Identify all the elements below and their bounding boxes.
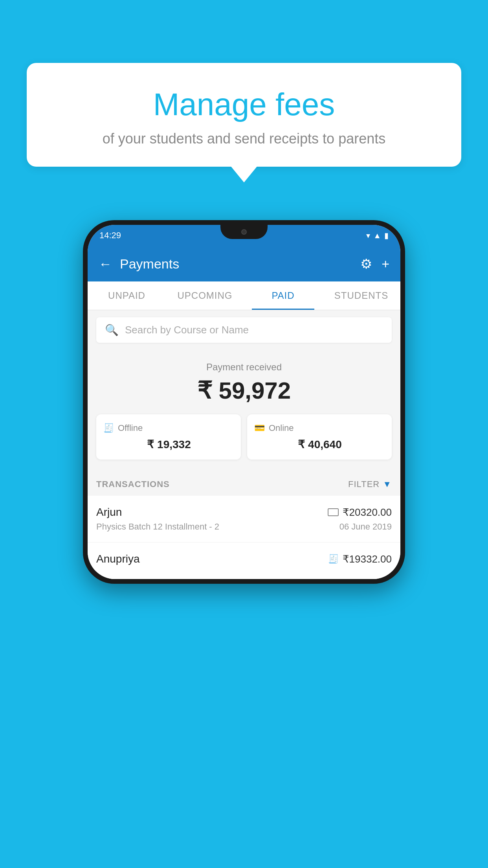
cash-icon: 🧾: [328, 554, 339, 564]
status-bar: 14:29 ▾ ▲ ▮: [88, 225, 400, 246]
online-icon: 💳: [254, 423, 265, 433]
front-camera: [241, 229, 247, 235]
transaction-list: Arjun ₹20320.00 Physics Batch 12 Install…: [88, 496, 400, 579]
online-header: 💳 Online: [254, 423, 385, 433]
status-icons: ▾ ▲ ▮: [366, 231, 389, 240]
tab-unpaid[interactable]: UNPAID: [88, 281, 166, 310]
transaction-top-row: Arjun ₹20320.00: [96, 506, 392, 519]
table-row[interactable]: Anupriya 🧾 ₹19332.00: [88, 542, 400, 579]
transaction-date: 06 June 2019: [339, 522, 392, 532]
offline-icon: 🧾: [103, 423, 114, 433]
transaction-bottom-row: Physics Batch 12 Installment - 2 06 June…: [96, 522, 392, 532]
filter-button[interactable]: FILTER ▼: [348, 479, 392, 489]
search-bar[interactable]: 🔍 Search by Course or Name: [96, 317, 392, 343]
speech-bubble-card: Manage fees of your students and send re…: [27, 63, 461, 167]
payment-received-label: Payment received: [96, 362, 392, 373]
offline-amount: ₹ 19,332: [104, 438, 234, 451]
transaction-top-row: Anupriya 🧾 ₹19332.00: [96, 553, 392, 565]
search-placeholder-text: Search by Course or Name: [125, 324, 249, 336]
payment-summary: Payment received ₹ 59,972 🧾 Offline ₹ 19…: [88, 350, 400, 471]
payment-cards: 🧾 Offline ₹ 19,332 💳 Online ₹ 40,640: [96, 414, 392, 460]
status-time: 14:29: [99, 230, 121, 241]
transaction-amount-value: ₹20320.00: [343, 506, 392, 519]
filter-icon: ▼: [383, 479, 392, 489]
transaction-name: Arjun: [96, 506, 122, 519]
tab-students[interactable]: STUDENTS: [322, 281, 400, 310]
app-bar-left: ← Payments: [99, 256, 179, 272]
table-row[interactable]: Arjun ₹20320.00 Physics Batch 12 Install…: [88, 496, 400, 542]
tab-upcoming[interactable]: UPCOMING: [166, 281, 244, 310]
back-button[interactable]: ←: [99, 256, 112, 272]
transaction-amount: ₹20320.00: [328, 506, 392, 519]
payment-total-amount: ₹ 59,972: [96, 377, 392, 404]
transaction-name: Anupriya: [96, 553, 140, 565]
search-container: 🔍 Search by Course or Name: [88, 310, 400, 350]
battery-icon: ▮: [384, 231, 389, 240]
tabs-container: UNPAID UPCOMING PAID STUDENTS: [88, 281, 400, 310]
phone-mockup: 14:29 ▾ ▲ ▮ ← Payments ⚙ + UNPAID: [83, 220, 405, 584]
offline-payment-card: 🧾 Offline ₹ 19,332: [96, 414, 241, 460]
wifi-icon: ▾: [366, 231, 370, 240]
transaction-amount: 🧾 ₹19332.00: [328, 553, 392, 565]
online-amount: ₹ 40,640: [255, 438, 385, 451]
tab-paid[interactable]: PAID: [244, 281, 322, 310]
settings-icon[interactable]: ⚙: [360, 256, 372, 272]
phone-screen: 14:29 ▾ ▲ ▮ ← Payments ⚙ + UNPAID: [88, 225, 400, 579]
transactions-header: TRANSACTIONS FILTER ▼: [88, 471, 400, 496]
filter-label: FILTER: [348, 479, 380, 489]
offline-label: Offline: [118, 423, 143, 433]
phone-notch: [220, 225, 268, 239]
bubble-title: Manage fees: [42, 86, 446, 123]
transaction-amount-value: ₹19332.00: [343, 553, 392, 565]
search-icon: 🔍: [105, 324, 119, 337]
app-bar-title: Payments: [120, 256, 179, 272]
add-button[interactable]: +: [382, 256, 389, 272]
online-payment-card: 💳 Online ₹ 40,640: [247, 414, 392, 460]
app-bar-right: ⚙ +: [360, 256, 389, 272]
online-label: Online: [269, 423, 294, 433]
transaction-description: Physics Batch 12 Installment - 2: [96, 522, 219, 532]
credit-card-icon: [328, 508, 339, 516]
app-bar: ← Payments ⚙ +: [88, 246, 400, 281]
bubble-subtitle: of your students and send receipts to pa…: [42, 131, 446, 147]
transactions-label: TRANSACTIONS: [96, 479, 170, 489]
signal-icon: ▲: [373, 231, 381, 240]
offline-header: 🧾 Offline: [103, 423, 234, 433]
